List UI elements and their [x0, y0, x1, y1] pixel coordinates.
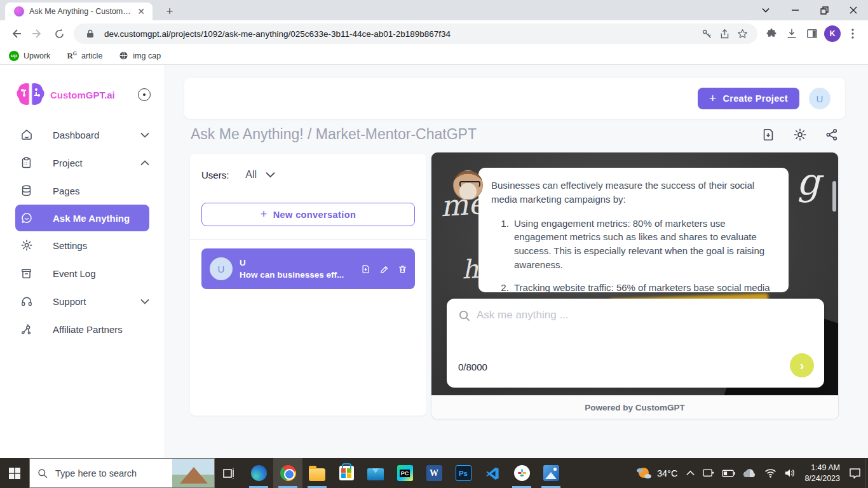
taskbar-app-mail[interactable]: [361, 458, 390, 488]
export-conversation-icon[interactable]: [361, 264, 370, 274]
taskbar-app-chrome[interactable]: [273, 458, 302, 488]
sidebar-item-support[interactable]: Support: [0, 287, 165, 315]
conversation-preview: How can businesses eff...: [240, 270, 352, 280]
window-close-button[interactable]: [839, 0, 868, 20]
hidden-icons-chevron[interactable]: [682, 458, 698, 488]
create-project-button[interactable]: + Create Project: [698, 88, 799, 109]
forward-button[interactable]: [28, 24, 47, 43]
taskbar-app-pycharm[interactable]: PC: [390, 458, 419, 488]
search-icon: [458, 309, 470, 322]
bookmark-upwork[interactable]: up Upwork: [9, 51, 50, 61]
taskbar-clock[interactable]: 1:49 AM 8/24/2023: [799, 463, 845, 484]
lock-icon: [81, 26, 99, 41]
sidebar-item-label: Pages: [53, 186, 149, 196]
database-icon: [20, 184, 33, 197]
brand-wordmark[interactable]: CustomGPT.ai: [50, 90, 138, 100]
sidebar-item-project[interactable]: Project: [0, 149, 165, 177]
sidebar-item-label: Event Log: [53, 268, 149, 279]
bookmark-star-icon[interactable]: [733, 26, 751, 41]
file-explorer-icon: [309, 468, 325, 481]
taskbar-app-slack[interactable]: [507, 458, 536, 488]
taskbar-app-photoshop[interactable]: Ps: [449, 458, 478, 488]
slack-icon: [514, 465, 530, 481]
gear-icon: [20, 239, 33, 252]
users-filter-select[interactable]: All: [245, 169, 257, 180]
photos-icon: [543, 465, 559, 481]
downloads-icon[interactable]: [782, 24, 801, 43]
delete-conversation-icon[interactable]: [398, 264, 407, 274]
new-conversation-button[interactable]: + New conversation: [201, 203, 415, 226]
onedrive-cloud-icon[interactable]: [739, 458, 761, 488]
share-project-icon[interactable]: [825, 128, 839, 142]
sidebar-item-label: Affiliate Partners: [53, 324, 149, 335]
tablet-mode-icon[interactable]: [698, 458, 718, 488]
conversation-list-item[interactable]: U U How can businesses eff...: [201, 248, 415, 289]
sidebar-item-settings[interactable]: Settings: [0, 231, 165, 259]
taskbar-search-box[interactable]: Type here to search: [29, 458, 215, 488]
bookmark-article[interactable]: RG article: [67, 51, 102, 61]
vscode-icon: [485, 466, 499, 480]
taskbar-app-edge[interactable]: [244, 458, 273, 488]
browser-menu-icon[interactable]: [843, 24, 862, 43]
side-panel-icon[interactable]: [803, 24, 822, 43]
new-tab-button[interactable]: +: [161, 4, 178, 18]
browser-profile-avatar[interactable]: K: [824, 25, 841, 42]
search-highlight-image[interactable]: [172, 459, 214, 487]
project-settings-gear-icon[interactable]: [793, 128, 807, 142]
user-avatar[interactable]: U: [809, 88, 831, 109]
chat-scrollbar[interactable]: [832, 181, 836, 212]
tab-search-chevron-icon[interactable]: [751, 0, 780, 20]
taskbar-app-file-explorer[interactable]: [302, 458, 332, 488]
customgpt-logo-icon: [17, 81, 44, 108]
assistant-message-bubble: Businesses can effectively measure the s…: [478, 168, 789, 292]
weather-icon: [635, 466, 652, 481]
start-button[interactable]: [0, 458, 29, 488]
task-view-button[interactable]: [215, 458, 244, 488]
taskbar-app-word[interactable]: W: [419, 458, 449, 488]
window-restore-button[interactable]: [810, 0, 839, 20]
chalkboard-word: g: [797, 160, 820, 203]
volume-icon[interactable]: [780, 458, 799, 488]
nodes-icon: [20, 323, 33, 336]
taskbar-weather[interactable]: 34°C: [630, 466, 682, 481]
send-button[interactable]: ›: [790, 353, 814, 377]
battery-icon[interactable]: [718, 458, 739, 488]
extensions-puzzle-icon[interactable]: [762, 24, 781, 43]
wifi-icon[interactable]: [761, 458, 780, 488]
export-file-icon[interactable]: [761, 128, 775, 142]
back-button[interactable]: [6, 24, 25, 43]
action-center-icon[interactable]: [845, 458, 865, 488]
microsoft-store-icon: [339, 466, 354, 480]
taskbar-app-photos[interactable]: [536, 458, 566, 488]
ask-me-anything-input[interactable]: [477, 309, 814, 322]
clock-date: 8/24/2023: [804, 473, 840, 484]
share-icon[interactable]: [715, 26, 733, 41]
reload-button[interactable]: [50, 24, 69, 43]
browser-toolbar: dev.customgpt.ai/projects/1092/ask-me-an…: [0, 20, 868, 47]
sidebar-item-event-log[interactable]: Event Log: [0, 259, 165, 287]
taskbar-app-microsoft-store[interactable]: [332, 458, 361, 488]
sidebar-item-pages[interactable]: Pages: [0, 177, 165, 205]
browser-tab[interactable]: Ask Me Anything - CustomGPT ✕: [5, 3, 153, 20]
windows-taskbar: Type here to search PC W Ps 34°C: [0, 458, 868, 488]
sidebar-item-affiliate-partners[interactable]: Affiliate Partners: [0, 315, 165, 343]
show-desktop-button[interactable]: [865, 458, 868, 488]
sidebar-item-dashboard[interactable]: Dashboard: [0, 121, 165, 149]
password-key-icon[interactable]: [698, 26, 715, 41]
edit-conversation-icon[interactable]: [379, 264, 389, 274]
tab-close-icon[interactable]: ✕: [135, 6, 147, 17]
window-minimize-button[interactable]: [780, 0, 810, 20]
taskbar-app-vscode[interactable]: [478, 458, 507, 488]
sidebar-item-ask-me-anything[interactable]: Ask Me Anything: [15, 205, 149, 231]
chevron-down-icon: [140, 299, 149, 304]
chevron-up-icon: [140, 160, 149, 166]
new-conversation-label: New conversation: [273, 210, 356, 220]
character-counter: 0/8000: [458, 362, 487, 372]
sidebar-collapse-icon[interactable]: [138, 88, 151, 101]
chat-input-card: 0/8000 ›: [447, 299, 824, 388]
conversation-avatar: U: [210, 257, 233, 280]
sidebar-item-label: Settings: [53, 240, 149, 251]
chevron-down-icon[interactable]: [266, 172, 275, 178]
bookmark-img-cap[interactable]: img cap: [119, 51, 161, 60]
address-bar[interactable]: dev.customgpt.ai/projects/1092/ask-me-an…: [74, 24, 757, 44]
